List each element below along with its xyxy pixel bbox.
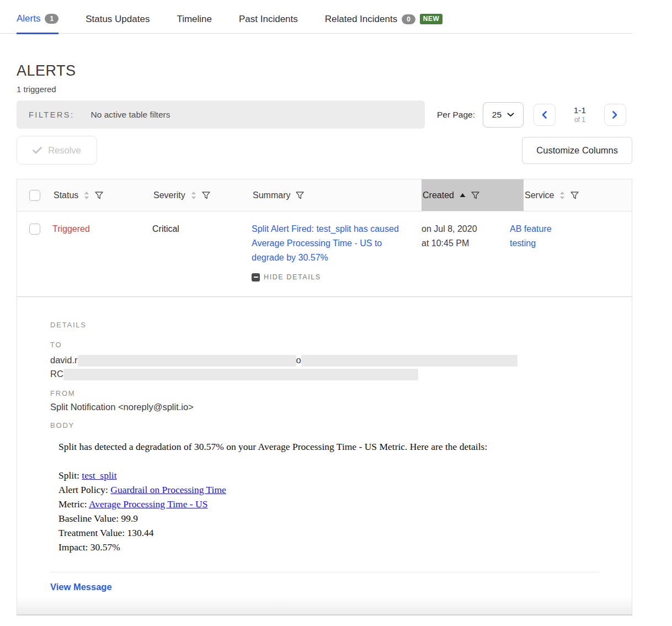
email-field-split: Split: test_split [58, 468, 632, 482]
page-title: ALERTS [17, 62, 632, 79]
service-column-label: Service [525, 190, 554, 200]
created-column-label: Created [423, 190, 454, 200]
filter-icon[interactable] [95, 192, 103, 199]
select-all-checkbox[interactable] [29, 190, 40, 201]
resolve-button[interactable]: Resolve [17, 136, 97, 165]
prev-page-button[interactable] [534, 104, 556, 126]
summary-column-label: Summary [253, 190, 290, 200]
select-all-cell [17, 179, 52, 211]
email-field-baseline: Baseline Value: 99.9 [58, 511, 632, 526]
alert-service-link[interactable]: AB feature testing [510, 222, 570, 251]
per-page-label: Per Page: [437, 110, 475, 120]
filters-bar[interactable]: FILTERS: No active table filters [17, 100, 425, 129]
from-value: Split Notification <noreply@split.io> [50, 402, 632, 412]
new-feature-badge: NEW [420, 14, 443, 24]
body-section: BODY Split has detected a degradation of… [50, 421, 632, 554]
action-row: Resolve Customize Columns [17, 136, 632, 165]
tab-past-incidents-label: Past Incidents [239, 14, 298, 25]
customize-columns-button[interactable]: Customize Columns [522, 137, 632, 164]
tab-alerts[interactable]: Alerts 1 [17, 13, 58, 34]
email-intro: Split has detected a degradation of 30.5… [58, 439, 632, 454]
email-body: Split has detected a degradation of 30.5… [58, 439, 632, 554]
field-label: Alert Policy: [58, 484, 110, 495]
filter-icon[interactable] [202, 192, 210, 199]
to-label: TO [50, 341, 632, 349]
row-select-cell [17, 222, 52, 284]
alert-policy-link[interactable]: Guardrail on Processing Time [110, 484, 226, 495]
email-field-metric: Metric: Average Processing Time - US [58, 497, 632, 511]
chevron-right-icon [612, 111, 617, 119]
email-fields: Split: test_split Alert Policy: Guardrai… [58, 468, 632, 554]
split-link[interactable]: test_split [82, 470, 116, 481]
filters-value: No active table filters [91, 110, 170, 120]
tab-alerts-label: Alerts [17, 13, 40, 24]
email-field-alert-policy: Alert Policy: Guardrail on Processing Ti… [58, 482, 632, 497]
alert-severity: Critical [152, 222, 252, 284]
sort-icon[interactable] [559, 192, 565, 199]
tab-status-updates[interactable]: Status Updates [86, 14, 150, 33]
treatment-value: 130.44 [127, 527, 153, 538]
page-total: of 1 [566, 116, 594, 124]
tab-related-incidents[interactable]: Related Incidents 0 NEW [325, 14, 443, 33]
to-section: TO david.ro RC [50, 341, 632, 381]
field-label: Impact: [58, 542, 90, 553]
status-column-label: Status [54, 190, 78, 200]
chevron-left-icon [542, 111, 547, 119]
triggered-count: 1 triggered [17, 84, 632, 94]
check-icon [33, 147, 42, 154]
details-divider [50, 572, 599, 572]
column-header-summary[interactable]: Summary [252, 179, 422, 211]
field-label: Split: [58, 470, 82, 481]
filter-icon[interactable] [471, 192, 479, 199]
column-header-status[interactable]: Status [52, 179, 152, 211]
collapse-minus-icon [252, 273, 260, 282]
details-title: DETAILS [50, 321, 632, 329]
tab-timeline[interactable]: Timeline [177, 14, 212, 33]
chevron-down-icon [507, 113, 514, 117]
metric-link[interactable]: Average Processing Time - US [89, 498, 208, 510]
sort-icon[interactable] [84, 192, 89, 199]
per-page-select[interactable]: 25 [483, 102, 524, 128]
hide-details-toggle[interactable]: HIDE DETAILS [252, 270, 422, 284]
email-field-impact: Impact: 30.57% [58, 540, 632, 554]
tab-related-incidents-label: Related Incidents [325, 14, 397, 25]
filter-icon[interactable] [296, 192, 304, 199]
table-controls: FILTERS: No active table filters Per Pag… [17, 100, 632, 129]
from-section: FROM Split Notification <noreply@split.i… [50, 389, 632, 412]
resolve-button-label: Resolve [48, 145, 81, 156]
table-header-row: Status Severity Summary [17, 179, 632, 211]
alert-summary-link[interactable]: Split Alert Fired: test_split has caused… [252, 222, 408, 265]
filter-icon[interactable] [570, 192, 579, 199]
tab-past-incidents[interactable]: Past Incidents [239, 14, 298, 33]
alert-summary-cell: Split Alert Fired: test_split has caused… [252, 222, 422, 284]
page-indicator: 1-1 of 1 [566, 105, 594, 124]
redacted-text [301, 355, 518, 367]
alert-status: Triggered [52, 222, 152, 284]
created-time: at 10:45 PM [422, 236, 510, 251]
column-header-service[interactable]: Service [524, 179, 632, 211]
alert-details-panel: DETAILS TO david.ro RC FROM Split Notifi… [17, 297, 632, 592]
alert-created: on Jul 8, 2020 at 10:45 PM [422, 222, 510, 284]
to-line-2: RC [50, 367, 632, 381]
email-field-treatment: Treatment Value: 130.44 [58, 526, 632, 540]
from-label: FROM [50, 389, 632, 397]
next-page-button[interactable] [604, 104, 626, 126]
view-message-link[interactable]: View Message [50, 582, 112, 592]
to-recipients: david.ro RC [50, 353, 632, 381]
filters-label: FILTERS: [29, 110, 74, 119]
to-text-fragment: RC [50, 369, 63, 379]
to-line-1: david.ro [50, 353, 632, 367]
row-checkbox[interactable] [29, 224, 40, 235]
created-date: on Jul 8, 2020 [422, 222, 510, 236]
per-page-value: 25 [492, 110, 502, 120]
page-range: 1-1 [566, 105, 594, 115]
tab-bar: Alerts 1 Status Updates Timeline Past In… [0, 0, 632, 34]
column-header-created[interactable]: Created [422, 179, 524, 211]
column-header-severity[interactable]: Severity [152, 179, 252, 211]
alert-service-cell: AB feature testing [510, 222, 632, 284]
baseline-value: 99.9 [121, 513, 138, 524]
to-text-fragment: o [296, 355, 301, 365]
field-label: Metric: [58, 498, 89, 510]
sort-ascending-icon[interactable] [460, 193, 466, 198]
sort-icon[interactable] [191, 192, 196, 199]
